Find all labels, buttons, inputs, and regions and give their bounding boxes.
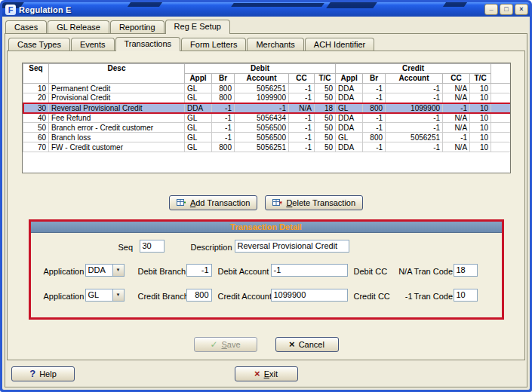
credit-application-value: GL	[86, 289, 112, 301]
cell-debit-appl: GL	[185, 84, 212, 93]
table-row[interactable]: 60Branch lossGL-15056500-150GL8005056251…	[23, 133, 511, 142]
credit-account-input[interactable]: 1099900	[271, 289, 348, 302]
cell-credit-cc: N/A	[443, 113, 470, 123]
debit-application-select[interactable]: DDA ▼	[85, 264, 125, 277]
cell-debit-appl: GL	[185, 113, 212, 123]
cell-credit-appl: DDA	[336, 123, 363, 133]
table-row[interactable]: 10Permanent CreditGL8005056251-150DDA-1-…	[23, 84, 511, 93]
cell-desc: Reversal Provisional Credit	[49, 103, 185, 113]
delete-transaction-icon	[272, 198, 282, 207]
cell-credit-tc: 10	[470, 103, 491, 113]
delete-transaction-label: Delete Transaction	[286, 198, 355, 207]
maximize-button[interactable]: □	[500, 4, 513, 15]
description-input[interactable]: Reversal Provisional Credit	[235, 240, 349, 253]
col-header-credit-br[interactable]: Br	[363, 74, 386, 84]
col-header-credit-tc[interactable]: T/C	[470, 74, 491, 84]
regulation-e-window: F Regulation E _ □ × Cases GL Release Re…	[0, 0, 532, 392]
cell-credit-account: -1	[386, 142, 443, 152]
cell-credit-cc: N/A	[443, 123, 470, 133]
col-header-debit-tc[interactable]: T/C	[315, 74, 336, 84]
dropdown-arrow-icon[interactable]: ▼	[112, 289, 124, 301]
exit-button[interactable]: × Exit	[235, 366, 298, 381]
col-header-debit-account[interactable]: Account	[235, 74, 289, 84]
cancel-x-icon: ×	[289, 341, 295, 348]
cell-credit-appl: DDA	[336, 113, 363, 123]
col-header-debit-cc[interactable]: CC	[289, 74, 315, 84]
dropdown-arrow-icon[interactable]: ▼	[112, 265, 124, 276]
col-header-credit-account[interactable]: Account	[386, 74, 443, 84]
minimize-button[interactable]: _	[484, 4, 498, 15]
add-transaction-button[interactable]: Add Transaction	[169, 195, 258, 210]
cell-filler	[491, 123, 511, 133]
debit-application-value: DDA	[86, 265, 112, 276]
cell-credit-appl: GL	[336, 103, 363, 113]
col-header-debit-appl[interactable]: Appl	[185, 74, 212, 84]
credit-branch-input[interactable]: 800	[186, 289, 212, 302]
delete-transaction-button[interactable]: Delete Transaction	[265, 195, 363, 210]
cell-credit-account: 1099900	[386, 103, 443, 113]
tab-gl-release[interactable]: GL Release	[48, 20, 109, 33]
group-header-debit: Debit	[185, 64, 336, 74]
cell-debit-appl: DDA	[185, 103, 212, 113]
cell-debit-account: -1	[235, 103, 289, 113]
cell-credit-appl: DDA	[336, 93, 363, 103]
cancel-button[interactable]: × Cancel	[275, 337, 339, 352]
tab-cases[interactable]: Cases	[5, 20, 47, 33]
cell-debit-tc: 18	[315, 103, 336, 113]
cell-debit-cc: -1	[289, 142, 315, 152]
seq-input[interactable]: 30	[140, 240, 165, 253]
tab-form-letters[interactable]: Form Letters	[181, 38, 246, 51]
cell-credit-tc: 10	[470, 123, 491, 133]
credit-tran-code-input[interactable]: 10	[454, 289, 478, 302]
save-cancel-row: ✓ Save × Cancel	[8, 337, 524, 352]
tab-events[interactable]: Events	[71, 38, 115, 51]
transaction-detail-title: Transaction Detail	[31, 222, 502, 233]
table-row[interactable]: 40Fee RefundGL-15056434-150DDA-1-1N/A10	[23, 113, 511, 123]
group-header-credit: Credit	[336, 64, 491, 74]
primary-tab-bar: Cases GL Release Reporting Reg E Setup	[2, 17, 530, 33]
cell-filler	[491, 142, 511, 152]
tab-ach-identifier[interactable]: ACH Identifier	[305, 38, 374, 51]
col-header-seq[interactable]: Seq	[23, 64, 49, 84]
titlebar-decoration	[443, 2, 467, 7]
tab-merchants[interactable]: Merchants	[247, 38, 303, 51]
cell-credit-tc: 10	[470, 113, 491, 123]
cell-debit-appl: GL	[185, 142, 212, 152]
table-row[interactable]: 30Reversal Provisional CreditDDA-1-1N/A1…	[23, 103, 511, 113]
save-button[interactable]: ✓ Save	[194, 337, 257, 352]
table-row[interactable]: 50Branch error - Credit customerGL-15056…	[23, 123, 511, 133]
col-header-debit-br[interactable]: Br	[212, 74, 235, 84]
cell-debit-cc: -1	[289, 123, 315, 133]
add-transaction-label: Add Transaction	[190, 198, 251, 207]
cell-credit-appl: DDA	[336, 84, 363, 93]
cell-debit-appl: GL	[185, 123, 212, 133]
table-row[interactable]: 70FW - Credit customerGL8005056251-150DD…	[23, 142, 511, 152]
cell-debit-tc: 50	[315, 123, 336, 133]
table-row[interactable]: 20Provisional CreditGL8001099900-150DDA-…	[23, 93, 511, 103]
description-label: Description	[191, 242, 232, 253]
tab-reg-e-setup[interactable]: Reg E Setup	[165, 20, 230, 34]
seq-label: Seq	[118, 242, 134, 253]
col-header-credit-appl[interactable]: Appl	[336, 74, 363, 84]
tab-case-types[interactable]: Case Types	[8, 38, 70, 51]
cell-debit-cc: -1	[289, 133, 315, 142]
tab-transactions[interactable]: Transactions	[115, 37, 181, 51]
tab-reporting[interactable]: Reporting	[110, 20, 165, 33]
cell-credit-tc: 10	[470, 84, 491, 93]
help-button[interactable]: ? Help	[11, 366, 75, 381]
close-button[interactable]: ×	[515, 4, 528, 15]
cell-debit-account: 5056500	[235, 133, 289, 142]
cell-seq: 40	[23, 113, 49, 123]
credit-application-select[interactable]: GL ▼	[85, 289, 125, 302]
debit-cc-label: Debit CC	[354, 266, 388, 277]
cell-credit-cc: N/A	[443, 142, 470, 152]
debit-account-input[interactable]: -1	[271, 264, 348, 277]
cell-desc: Fee Refund	[49, 113, 185, 123]
col-header-desc[interactable]: Desc	[49, 64, 185, 84]
debit-tran-code-input[interactable]: 18	[454, 264, 478, 277]
cancel-label: Cancel	[299, 340, 324, 349]
cell-debit-tc: 50	[315, 84, 336, 93]
col-header-credit-cc[interactable]: CC	[443, 74, 470, 84]
cell-credit-tc: 10	[470, 142, 491, 152]
debit-branch-input[interactable]: -1	[186, 264, 212, 277]
